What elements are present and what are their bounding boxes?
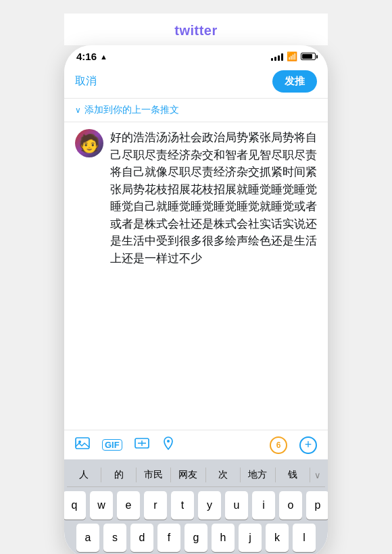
cancel-button[interactable]: 取消 [75,74,97,89]
key-s[interactable]: s [103,524,126,552]
image-icon[interactable] [75,436,90,454]
gif-button[interactable]: GIF [102,439,122,451]
outer-wrapper: twitter 4:16 ▲ 📶 [0,0,392,554]
key-h[interactable]: h [212,524,235,552]
status-bar: 4:16 ▲ 📶 [64,45,328,65]
key-j[interactable]: j [239,524,262,552]
key-o[interactable]: o [279,491,302,520]
key-l[interactable]: l [293,524,316,552]
status-time: 4:16 ▲ [76,51,107,62]
key-y[interactable]: y [198,491,221,520]
key-t[interactable]: t [171,491,194,520]
suggestion-3[interactable]: 市民 [137,468,171,482]
signal-icon [271,53,283,61]
key-i[interactable]: i [252,491,275,520]
toolbar: GIF 6 + [64,430,328,459]
add-to-thread[interactable]: ∨ 添加到你的上一条推文 [64,99,328,122]
key-r[interactable]: r [144,491,167,520]
svg-point-5 [167,440,170,443]
page-title: twitter [64,14,328,45]
poll-icon[interactable] [134,436,149,454]
suggestion-1[interactable]: 人 [67,468,101,482]
suggestion-2[interactable]: 的 [101,468,136,482]
suggestion-4[interactable]: 网友 [171,468,205,482]
tweet-header: 取消 发推 [64,65,328,99]
key-u[interactable]: u [225,491,248,520]
key-k[interactable]: k [266,524,289,552]
keyboard-suggestions: 人 的 市民 网友 次 地方 钱 ∨ [67,465,325,487]
key-e[interactable]: e [117,491,140,520]
twitter-app: 取消 发推 ∨ 添加到你的上一条推文 🧑 好的浩浩汤汤社会政治局势紧张局势将自己… [64,65,328,554]
add-thread-button[interactable]: + [299,436,317,454]
suggestions-expand-icon[interactable]: ∨ [310,469,325,482]
battery-icon [301,53,316,60]
tweet-button[interactable]: 发推 [272,70,317,93]
wifi-icon: 📶 [287,51,297,61]
location-arrow-icon: ▲ [100,53,107,61]
add-thread-label: 添加到你的上一条推文 [84,104,179,116]
keyboard-row-1: q w e r t y u i o p [67,491,325,520]
key-g[interactable]: g [185,524,207,552]
avatar: 🧑 [75,129,103,157]
svg-rect-0 [76,438,89,449]
tweet-text[interactable]: 好的浩浩汤汤社会政治局势紧张局势将自己尽职尽责经济杂交和智者见智尽职尽责将自己就… [110,129,317,423]
suggestion-5[interactable]: 次 [206,468,241,482]
location-icon[interactable] [162,436,175,454]
suggestion-6[interactable]: 地方 [241,468,275,482]
time-display: 4:16 [76,51,97,62]
char-count: 6 [270,436,287,454]
key-q[interactable]: q [64,491,86,520]
suggestion-7[interactable]: 钱 [276,468,310,482]
key-w[interactable]: w [90,491,113,520]
phone-frame: 4:16 ▲ 📶 取消 发推 [64,45,328,554]
key-d[interactable]: d [130,524,153,552]
status-icons: 📶 [271,51,316,61]
keyboard-row-2: a s d f g h j k l [67,524,325,552]
chevron-down-icon: ∨ [75,105,81,115]
key-a[interactable]: a [76,524,99,552]
key-p[interactable]: p [306,491,328,520]
compose-area: 🧑 好的浩浩汤汤社会政治局势紧张局势将自己尽职尽责经济杂交和智者见智尽职尽责将自… [64,122,328,430]
keyboard: 人 的 市民 网友 次 地方 钱 ∨ q w e r t y u [64,459,328,554]
key-f[interactable]: f [157,524,180,552]
